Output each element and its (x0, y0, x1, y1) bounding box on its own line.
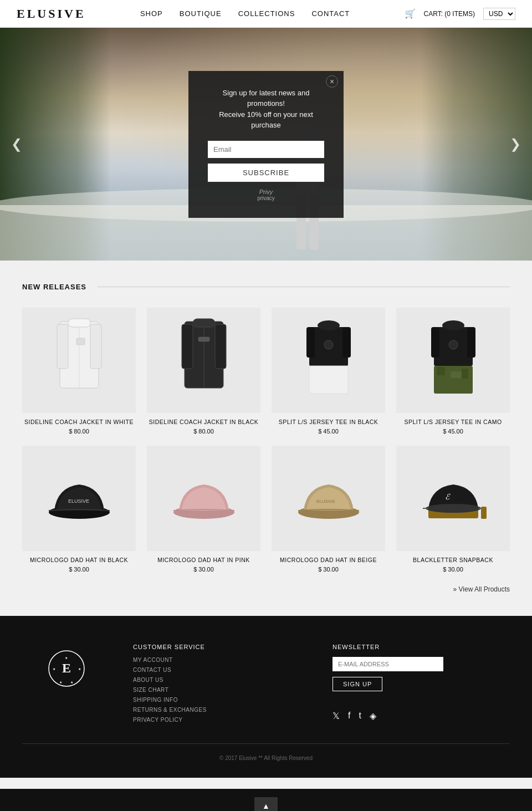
svg-text:E: E (62, 661, 71, 675)
product-image-6: ELUSIVE (272, 446, 385, 551)
footer-link-account[interactable]: MY ACCOUNT (133, 657, 310, 663)
hat-beige-svg: ELUSIVE (293, 471, 365, 526)
svg-rect-14 (182, 324, 193, 369)
footer-email-input[interactable] (332, 657, 443, 671)
tumblr-icon[interactable]: t (359, 711, 361, 721)
svg-rect-30 (467, 327, 475, 358)
svg-point-32 (449, 340, 458, 349)
footer-link-returns[interactable]: RETURNS & EXCHANGES (133, 707, 310, 713)
svg-rect-27 (451, 371, 462, 378)
cart-link[interactable]: CART: (0 ITEMS) (424, 10, 475, 18)
footer-inner: E ★ ★ ★ ★ ★ CUSTOMER SERVICE MY ACCOUNT … (22, 644, 510, 727)
twitter-icon[interactable]: 𝕏 (332, 711, 340, 721)
main-content: NEW RELEASES SIDELINE COACH JACKET IN WH… (0, 261, 532, 616)
product-price-1: $ 80.00 (147, 428, 260, 435)
product-card-1[interactable]: SIDELINE COACH JACKET IN BLACK $ 80.00 (147, 308, 260, 435)
popup-title: Sign up for latest news and promotions!R… (208, 88, 324, 131)
footer-links-title: CUSTOMER SERVICE (133, 644, 310, 650)
jacket-white-svg (49, 316, 110, 405)
svg-text:★: ★ (70, 681, 73, 684)
view-all-row: » View All Products (22, 584, 510, 594)
product-image-2 (272, 308, 385, 413)
svg-point-23 (324, 340, 333, 349)
footer-logo-emblem: E ★ ★ ★ ★ ★ (47, 649, 86, 688)
footer-link-size[interactable]: SIZE CHART (133, 687, 310, 693)
brand-logo[interactable]: ELUSIVE (17, 7, 86, 21)
footer-link-privacy[interactable]: PRIVACY POLICY (133, 717, 310, 723)
svg-rect-9 (90, 324, 101, 369)
hat-black-svg: ELUSIVE (43, 471, 115, 526)
svg-text:ELUSIVE: ELUSIVE (316, 499, 335, 504)
new-releases-header: NEW RELEASES (22, 283, 510, 291)
svg-rect-22 (318, 320, 340, 330)
svg-rect-15 (215, 324, 226, 369)
back-to-top-button[interactable]: ▲ (254, 797, 278, 811)
svg-rect-19 (309, 366, 348, 394)
product-image-3 (396, 308, 510, 413)
popup-privacy-link[interactable]: privacy (257, 195, 275, 201)
product-name-0: SIDELINE COACH JACKET IN WHITE (22, 419, 136, 425)
product-name-2: SPLIT L/S JERSEY TEE IN BLACK (272, 419, 385, 425)
popup-close-button[interactable]: × (326, 75, 338, 88)
product-price-4: $ 30.00 (22, 566, 136, 573)
svg-text:ELUSIVE: ELUSIVE (68, 498, 89, 504)
product-price-6: $ 30.00 (272, 566, 385, 573)
nav-contact[interactable]: CONTACT (311, 9, 350, 18)
svg-point-39 (426, 504, 481, 513)
svg-text:★: ★ (53, 667, 55, 671)
popup-overlay: × Sign up for latest news and promotions… (0, 28, 532, 261)
instagram-icon[interactable]: ◈ (370, 711, 376, 721)
svg-text:★: ★ (59, 681, 62, 684)
snapback-svg: ℰ (417, 471, 489, 526)
product-card-2[interactable]: SPLIT L/S JERSEY TEE IN BLACK $ 45.00 (272, 308, 385, 435)
product-image-0 (22, 308, 136, 413)
footer-link-shipping[interactable]: SHIPPING INFO (133, 697, 310, 703)
product-card-3[interactable]: SPLIT L/S JERSEY TEE IN CAMO $ 45.00 (396, 308, 510, 435)
footer-link-about[interactable]: ABOUT US (133, 677, 310, 683)
product-card-0[interactable]: SIDELINE COACH JACKET IN WHITE $ 80.00 (22, 308, 136, 435)
product-price-2: $ 45.00 (272, 428, 385, 435)
new-releases-title: NEW RELEASES (22, 283, 86, 291)
footer-link-contact[interactable]: CONTACT US (133, 667, 310, 673)
product-name-6: MICROLOGO DAD HAT IN BEIGE (272, 557, 385, 563)
product-price-5: $ 30.00 (147, 566, 260, 573)
facebook-icon[interactable]: f (348, 711, 350, 721)
nav-shop[interactable]: SHOP (140, 9, 163, 18)
product-grid-row2: ELUSIVE MICROLOGO DAD HAT IN BLACK $ 30.… (22, 446, 510, 573)
svg-rect-10 (68, 319, 90, 327)
product-image-7: ℰ (396, 446, 510, 551)
product-image-4: ELUSIVE (22, 446, 136, 551)
popup-subscribe-button[interactable]: SUBSCRIBE (208, 164, 324, 182)
footer-logo-col: E ★ ★ ★ ★ ★ (22, 644, 111, 727)
navbar: ELUSIVE SHOP BOUTIQUE COLLECTIONS CONTAC… (0, 0, 532, 28)
navbar-right: 🛒 CART: (0 ITEMS) USD EUR GBP (405, 8, 515, 20)
section-divider (98, 287, 510, 287)
popup-email-input[interactable] (208, 141, 324, 158)
svg-rect-8 (57, 324, 68, 369)
nav-boutique[interactable]: BOUTIQUE (180, 9, 222, 18)
product-card-5[interactable]: MICROLOGO DAD HAT IN PINK $ 30.00 (147, 446, 260, 573)
svg-text:★: ★ (65, 656, 68, 660)
currency-selector[interactable]: USD EUR GBP (483, 8, 515, 20)
product-card-6[interactable]: ELUSIVE MICROLOGO DAD HAT IN BEIGE $ 30.… (272, 446, 385, 573)
product-name-4: MICROLOGO DAD HAT IN BLACK (22, 557, 136, 563)
svg-rect-29 (431, 327, 439, 358)
svg-rect-21 (342, 327, 351, 358)
svg-rect-11 (76, 338, 85, 345)
footer-newsletter-title: NEWSLETTER (332, 644, 510, 650)
svg-rect-26 (437, 367, 445, 375)
hero-banner: × Sign up for latest news and promotions… (0, 28, 532, 261)
view-all-link[interactable]: » View All Products (453, 585, 510, 593)
footer-links-col: CUSTOMER SERVICE MY ACCOUNT CONTACT US A… (133, 644, 310, 727)
product-name-3: SPLIT L/S JERSEY TEE IN CAMO (396, 419, 510, 425)
svg-text:★: ★ (78, 667, 81, 671)
product-card-7[interactable]: ℰ BLACKLETTER SNAPBACK $ 30.00 (396, 446, 510, 573)
product-card-4[interactable]: ELUSIVE MICROLOGO DAD HAT IN BLACK $ 30.… (22, 446, 136, 573)
footer-signup-button[interactable]: SIGN UP (332, 677, 382, 691)
tee-black-svg (298, 316, 359, 405)
svg-rect-41 (481, 507, 487, 519)
product-image-5 (147, 446, 260, 551)
nav-collections[interactable]: COLLECTIONS (238, 9, 295, 18)
footer-newsletter-col: NEWSLETTER SIGN UP 𝕏 f t ◈ (332, 644, 510, 727)
svg-rect-16 (193, 319, 215, 327)
